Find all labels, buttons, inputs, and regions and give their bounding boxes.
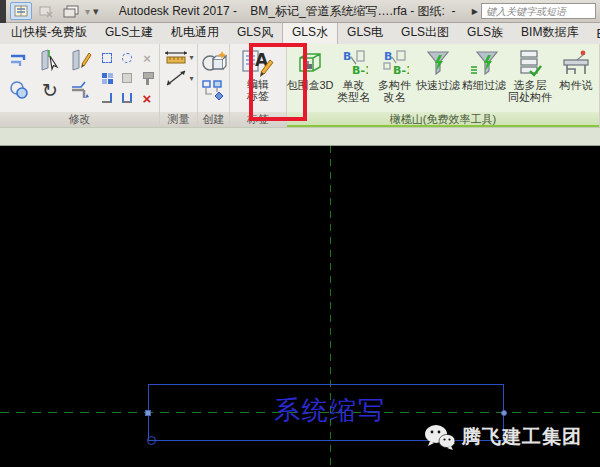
window-title: Autodesk Revit 2017 - BM_标记_管道系统缩写….rfa … bbox=[103, 3, 472, 20]
measure-ruler-button[interactable]: ▾ bbox=[164, 50, 194, 64]
measure-diagonal-button[interactable]: ▾ bbox=[164, 69, 194, 87]
tab-gls-dian[interactable]: GLS电 bbox=[338, 23, 392, 44]
wechat-icon bbox=[424, 424, 456, 450]
revit-window: ▾ ▾ Autodesk Revit 2017 - BM_标记_管道系统缩写….… bbox=[0, 0, 600, 467]
layers-check-icon bbox=[517, 49, 543, 77]
panel-gls-tools: 包围盒3D B B-1 单改 类型名 B bbox=[287, 44, 600, 127]
rename-single-type-icon: B B-1 bbox=[340, 49, 368, 77]
annotation-highlight-box bbox=[249, 43, 307, 121]
wall-pencil-icon bbox=[69, 48, 93, 72]
ruler-icon bbox=[164, 50, 188, 64]
rename-multi-label2: 改名 bbox=[384, 91, 406, 103]
family-types-icon bbox=[14, 5, 28, 17]
title-bar: ▾ ▾ Autodesk Revit 2017 - BM_标记_管道系统缩写….… bbox=[0, 0, 600, 23]
quick-filter-icon bbox=[424, 49, 452, 77]
corner-trim-icon bbox=[69, 78, 93, 102]
select-multilevel-label: 选多层 bbox=[514, 79, 547, 91]
tab-gls-shui[interactable]: GLS水 bbox=[282, 23, 338, 44]
tab-gls-zu[interactable]: GLS族 bbox=[458, 23, 512, 44]
fine-filter-icon bbox=[469, 49, 499, 77]
edit-wall-button[interactable] bbox=[68, 47, 94, 73]
align-button[interactable] bbox=[6, 47, 32, 73]
rotate-icon: ↻ bbox=[42, 81, 58, 100]
svg-text:B: B bbox=[343, 50, 351, 63]
align-edge-icon[interactable] bbox=[102, 93, 112, 103]
component-desk-icon bbox=[561, 49, 591, 77]
search-input[interactable] bbox=[481, 3, 596, 19]
search-expand-icon[interactable]: ▶ bbox=[472, 7, 478, 16]
close-hidden-windows-icon bbox=[39, 5, 54, 18]
align-edges-icon[interactable] bbox=[122, 93, 132, 103]
quick-access-toolbar: ▾ ▾ bbox=[6, 2, 103, 20]
customize-qat-icon[interactable]: ▾ bbox=[93, 6, 99, 17]
family-types-button[interactable] bbox=[10, 2, 32, 20]
panel-label-modify[interactable]: 修改 bbox=[0, 112, 159, 127]
split-element-button[interactable] bbox=[37, 47, 63, 73]
create-group-button[interactable] bbox=[201, 50, 227, 74]
tab-gls-feng[interactable]: GLS风 bbox=[228, 23, 282, 44]
tab-jidian-tongyong[interactable]: 机电通用 bbox=[162, 23, 228, 44]
svg-text:B: B bbox=[384, 50, 392, 63]
component-info-label: 构件说 bbox=[560, 79, 593, 91]
group-3d-icon bbox=[201, 50, 227, 74]
panel-label-create[interactable]: 创建 bbox=[198, 112, 229, 127]
select-multilevel-button[interactable]: 选多层 同处构件 bbox=[507, 46, 553, 103]
switch-windows-button[interactable] bbox=[60, 2, 82, 20]
switch-windows-icon bbox=[63, 5, 79, 18]
dropdown-caret-icon: ▾ bbox=[190, 53, 194, 62]
watermark: 腾飞建工集团 bbox=[424, 424, 582, 450]
array-icon[interactable] bbox=[102, 73, 113, 84]
panel-modify: ↻ bbox=[0, 44, 160, 127]
quick-filter-label: 快速过滤 bbox=[416, 79, 460, 91]
svg-text:B-1: B-1 bbox=[352, 64, 368, 77]
panel-label-measure[interactable]: 测量 bbox=[160, 112, 197, 127]
panel-measure: ▾ ▾ 测量 bbox=[160, 44, 198, 127]
search-area: ▶ bbox=[472, 3, 600, 19]
rename-single-type-label2: 类型名 bbox=[337, 91, 370, 103]
dropdown-caret-icon: ▾ bbox=[190, 74, 194, 83]
rename-single-type-button[interactable]: B B-1 单改 类型名 bbox=[333, 46, 374, 103]
system-abbreviation-label[interactable]: 系统缩写 bbox=[0, 393, 600, 428]
rename-multi-label: 多构件 bbox=[378, 79, 411, 91]
scale-disabled-icon: × bbox=[143, 52, 151, 65]
copy-icon[interactable] bbox=[102, 53, 112, 63]
offset-icon bbox=[8, 79, 30, 101]
pin-icon[interactable] bbox=[146, 77, 149, 85]
ribbon-tab-bar: 山快模-免费版 GLS土建 机电通用 GLS风 GLS水 GLS电 GLS出图 … bbox=[0, 23, 600, 44]
rotate-button[interactable]: ↻ bbox=[37, 77, 63, 103]
tab-gls-tujian[interactable]: GLS土建 bbox=[96, 23, 162, 44]
diagonal-measure-icon bbox=[164, 69, 188, 87]
mirror-disabled-icon bbox=[122, 73, 132, 83]
select-multilevel-label2: 同处构件 bbox=[508, 91, 552, 103]
rename-single-type-label: 单改 bbox=[343, 79, 365, 91]
rotate-handle[interactable] bbox=[147, 436, 156, 445]
qat-caret[interactable]: ▾ bbox=[85, 6, 90, 17]
quick-filter-button[interactable]: 快速过滤 bbox=[415, 46, 461, 91]
panel-create: 创建 bbox=[198, 44, 230, 127]
svg-text:B-1: B-1 bbox=[393, 64, 409, 77]
convert-elements-button[interactable] bbox=[201, 79, 227, 101]
fine-filter-label: 精细过滤 bbox=[462, 79, 506, 91]
wall-cursor-icon bbox=[38, 48, 62, 72]
panel-label-gls[interactable]: 橄榄山(免费效率工具) bbox=[287, 112, 599, 127]
delete-icon[interactable]: × bbox=[143, 91, 152, 106]
rename-multi-button[interactable]: B B-1 多构件 改名 bbox=[374, 46, 415, 103]
rename-multi-icon: B B-1 bbox=[381, 49, 409, 77]
close-hidden-windows-button[interactable] bbox=[35, 2, 57, 20]
fine-filter-button[interactable]: 精细过滤 bbox=[461, 46, 507, 91]
component-info-button[interactable]: 构件说 bbox=[553, 46, 599, 91]
move-icon[interactable] bbox=[122, 53, 132, 63]
tab-gls-chutu[interactable]: GLS出图 bbox=[392, 23, 458, 44]
watermark-text: 腾飞建工集团 bbox=[462, 424, 582, 450]
offset-button[interactable] bbox=[6, 77, 32, 103]
drawing-canvas[interactable]: 系统缩写 腾飞建工集团 bbox=[0, 146, 600, 467]
modify-small-tools: × × bbox=[99, 47, 155, 107]
tab-shankuaimo[interactable]: 山快模-免费版 bbox=[2, 23, 96, 44]
tab-enscape[interactable]: Enscape™ bbox=[587, 24, 600, 44]
align-icon bbox=[8, 49, 30, 71]
options-bar bbox=[0, 127, 600, 146]
trim-corner-button[interactable] bbox=[68, 77, 94, 103]
convert-icon bbox=[201, 79, 227, 101]
tab-bim-shujuku[interactable]: BIM数据库 bbox=[512, 23, 587, 44]
